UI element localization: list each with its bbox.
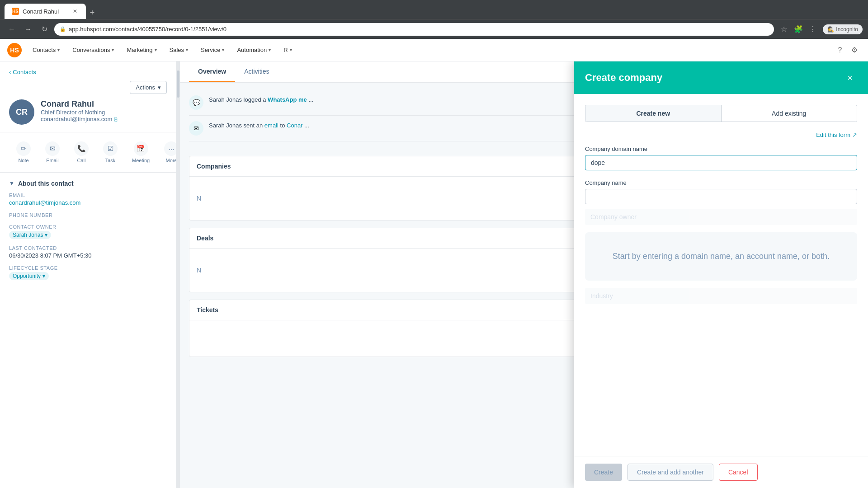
more-icon: ··· [164, 141, 176, 156]
hubspot-logo[interactable]: HS [7, 43, 22, 57]
lifecycle-dropdown-icon: ▾ [42, 273, 45, 279]
tickets-section-title: Tickets [197, 306, 218, 314]
nav-automation[interactable]: Automation ▾ [231, 43, 276, 57]
hubspot-nav: HS Contacts ▾ Conversations ▾ Marketing … [0, 39, 868, 61]
company-name-form-group: Company name [585, 179, 857, 204]
actions-row: Actions ▾ [9, 81, 167, 94]
reload-button[interactable]: ↻ [38, 23, 51, 36]
create-new-tab-button[interactable]: Create new [585, 105, 721, 122]
edit-form-link-row: Edit this form ↗ [585, 131, 857, 138]
nav-marketing[interactable]: Marketing ▾ [121, 43, 162, 57]
create-button[interactable]: Create [585, 464, 622, 481]
contacts-chevron-icon: ▾ [57, 47, 60, 52]
nav-conversations[interactable]: Conversations ▾ [67, 43, 119, 57]
contact-title: Chief Director of Nothing [41, 109, 167, 116]
email-link[interactable]: email [264, 122, 278, 129]
panel-body: Create new Add existing Edit this form ↗… [574, 94, 868, 456]
url-text: app.hubspot.com/contacts/40055750/record… [69, 26, 769, 33]
edit-form-link-text: Edit this form [816, 131, 850, 138]
incognito-label: Incognito [836, 26, 858, 33]
nav-sales[interactable]: Sales ▾ [164, 43, 194, 57]
industry-placeholder: Industry [585, 288, 857, 304]
tab-close-button[interactable]: ✕ [71, 8, 79, 15]
tab-favicon: HS [12, 8, 19, 15]
edit-form-link[interactable]: Edit this form ↗ [816, 131, 857, 138]
tab-overview[interactable]: Overview [189, 61, 235, 82]
contact-name: Conard Rahul [41, 99, 167, 109]
actions-button[interactable]: Actions ▾ [130, 81, 167, 94]
task-label: Task [105, 158, 116, 163]
tab-switcher: Create new Add existing [585, 105, 857, 122]
lifecycle-label: Lifecycle stage [9, 265, 167, 271]
sales-chevron-icon: ▾ [186, 47, 188, 52]
email-text-prefix: Sarah Jonas sent an [209, 122, 264, 129]
add-existing-tab-button[interactable]: Add existing [722, 105, 857, 122]
placeholder-hint-box: Start by entering a domain name, an acco… [585, 232, 857, 281]
nav-contacts[interactable]: Contacts ▾ [27, 43, 65, 57]
bookmark-button[interactable]: ☆ [778, 23, 790, 36]
action-buttons: ✏ Note ✉ Email 📞 Call ☑ Task 📅 Meeting ·… [0, 132, 176, 173]
call-label: Call [77, 158, 86, 163]
more-button[interactable]: ··· More [157, 138, 176, 167]
email-activity-icon: ✉ [189, 121, 203, 136]
company-name-label: Company name [585, 179, 857, 186]
meeting-button[interactable]: 📅 Meeting [125, 138, 157, 167]
forward-button[interactable]: → [22, 23, 34, 36]
marketing-chevron-icon: ▾ [155, 47, 157, 52]
help-button[interactable]: ? [834, 44, 846, 56]
contact-email-display: conardrahul@timjonas.com ⎘ [41, 116, 167, 122]
deals-section-title: Deals [197, 235, 213, 242]
companies-empty-text: N [197, 195, 201, 202]
browser-actions: ☆ 🧩 ⋮ [778, 23, 819, 36]
email-field-value[interactable]: conardrahul@timjonas.com [9, 199, 167, 206]
copy-email-icon[interactable]: ⎘ [114, 116, 117, 122]
about-header[interactable]: ▼ About this contact [9, 180, 167, 187]
company-name-input[interactable] [585, 189, 857, 204]
email-button[interactable]: ✉ Email [38, 138, 67, 167]
create-and-add-another-button[interactable]: Create and add another [627, 464, 713, 481]
address-bar[interactable]: 🔒 app.hubspot.com/contacts/40055750/reco… [54, 23, 774, 36]
panel-footer: Create Create and add another Cancel [574, 456, 868, 488]
lifecycle-value[interactable]: Opportunity ▾ [9, 272, 167, 280]
settings-nav-button[interactable]: ⚙ [848, 44, 861, 56]
back-button[interactable]: ← [5, 23, 18, 36]
domain-input[interactable] [585, 155, 857, 170]
new-tab-button[interactable]: + [86, 6, 99, 19]
task-button[interactable]: ☑ Task [96, 138, 125, 167]
incognito-badge: 🕵 Incognito [823, 24, 863, 34]
whatsapp-link[interactable]: WhatsApp me [268, 96, 307, 103]
call-button[interactable]: 📞 Call [67, 138, 96, 167]
active-tab[interactable]: HS Conard Rahul ✕ [5, 4, 86, 19]
email-field-label: Email [9, 192, 167, 198]
nav-service[interactable]: Service ▾ [195, 43, 230, 57]
owner-name: Sarah Jonas [13, 232, 43, 238]
note-button[interactable]: ✏ Note [9, 138, 38, 167]
reports-chevron-icon: ▾ [290, 47, 292, 52]
field-lifecycle: Lifecycle stage Opportunity ▾ [9, 265, 167, 280]
lock-icon: 🔒 [60, 26, 66, 32]
actions-label: Actions [136, 84, 155, 91]
extensions-button[interactable]: 🧩 [792, 23, 805, 36]
sidebar-scrollbar[interactable] [176, 61, 180, 488]
tab-activities[interactable]: Activities [235, 61, 278, 82]
company-owner-placeholder: Company owner [585, 209, 857, 225]
panel-close-button[interactable]: × [843, 70, 857, 85]
company-owner-group: Company owner [585, 209, 857, 225]
whatsapp-text-suffix: ... [308, 96, 313, 103]
email-contact-link[interactable]: Conar [287, 122, 302, 129]
settings-button[interactable]: ⋮ [807, 23, 819, 36]
owner-field-value[interactable]: Sarah Jonas ▾ [9, 231, 167, 239]
meeting-label: Meeting [132, 158, 150, 163]
cancel-button[interactable]: Cancel [719, 464, 758, 481]
last-contacted-label: Last contacted [9, 245, 167, 251]
breadcrumb-label: Contacts [13, 69, 36, 75]
domain-label: Company domain name [585, 145, 857, 152]
main-layout: ‹ Contacts Actions ▾ CR Conard Rahul Chi… [0, 61, 868, 488]
industry-group: Industry [585, 288, 857, 304]
nav-reports[interactable]: R ▾ [278, 43, 297, 57]
contact-info: CR Conard Rahul Chief Director of Nothin… [0, 99, 176, 132]
meeting-icon: 📅 [134, 141, 148, 156]
breadcrumb[interactable]: ‹ Contacts [9, 69, 167, 75]
panel-title: Create company [585, 72, 662, 84]
about-title: About this contact [18, 180, 74, 187]
